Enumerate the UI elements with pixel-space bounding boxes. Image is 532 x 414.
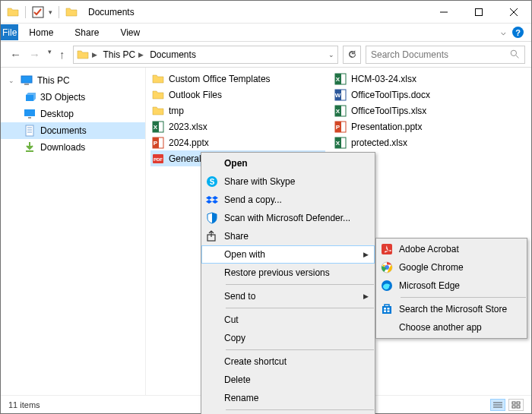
tree-label: Desktop: [40, 109, 74, 119]
cube-icon: [24, 91, 36, 103]
title-bar: ▾ Documents: [1, 1, 531, 24]
ctx-send-to[interactable]: Send to▶: [201, 287, 375, 305]
openwith-chrome[interactable]: Google Chrome: [376, 258, 527, 277]
openwith-acrobat[interactable]: Adobe Acrobat: [376, 240, 527, 258]
powerpoint-icon: [152, 137, 164, 149]
ctx-open[interactable]: Open: [201, 154, 375, 172]
folder-icon: [7, 6, 19, 18]
file-item[interactable]: OfficeToolTips.docx: [333, 87, 485, 103]
ctx-cut[interactable]: Cut: [201, 311, 375, 329]
chevron-right-icon[interactable]: ▶: [92, 51, 97, 58]
file-item[interactable]: OfficeToolTips.xlsx: [333, 103, 485, 119]
tree-3d-objects[interactable]: 3D Objects: [1, 89, 145, 106]
openwith-submenu: Adobe Acrobat Google Chrome Microsoft Ed…: [375, 238, 527, 339]
ctx-label: Open with: [224, 249, 357, 260]
search-icon: [510, 49, 520, 59]
document-icon: [24, 125, 36, 137]
minimize-button[interactable]: [426, 1, 461, 23]
breadcrumb-documents[interactable]: Documents: [150, 49, 196, 60]
qat-chevron-icon[interactable]: ▾: [49, 8, 52, 16]
ctx-label: Open: [224, 158, 369, 169]
ctx-restore[interactable]: Restore previous versions: [201, 264, 375, 282]
window-title: Documents: [84, 1, 426, 23]
svg-rect-43: [512, 402, 515, 404]
submenu-arrow-icon: ▶: [363, 251, 369, 258]
view-details-button[interactable]: [490, 399, 505, 411]
ctx-label: Copy: [224, 333, 369, 343]
ctx-copy[interactable]: Copy: [201, 329, 375, 347]
view-large-button[interactable]: [508, 399, 524, 411]
file-item[interactable]: 2024.pptx: [150, 134, 325, 150]
maximize-button[interactable]: [461, 1, 496, 23]
submenu-arrow-icon: ▶: [363, 292, 369, 300]
ctx-rename[interactable]: Rename: [201, 389, 375, 407]
search-input[interactable]: Search Documents: [366, 46, 525, 64]
file-name: HCM-03-24.xlsx: [351, 74, 416, 84]
ctx-share-skype[interactable]: Share with Skype: [201, 172, 375, 191]
tree-downloads[interactable]: Downloads: [1, 139, 145, 156]
ctx-label: Rename: [224, 393, 369, 403]
breadcrumb-thispc[interactable]: This PC: [103, 49, 136, 60]
chevron-right-icon[interactable]: ▶: [138, 51, 144, 58]
refresh-button[interactable]: [343, 46, 361, 64]
tab-home[interactable]: Home: [18, 24, 64, 42]
openwith-another[interactable]: Choose another app: [376, 318, 527, 337]
ctx-label: Choose another app: [399, 322, 521, 333]
file-item[interactable]: tmp: [150, 103, 325, 119]
openwith-edge[interactable]: Microsoft Edge: [376, 277, 527, 295]
close-button[interactable]: [496, 1, 531, 23]
ctx-label: Send to: [224, 291, 357, 302]
address-history-chevron-icon[interactable]: ⌄: [324, 51, 337, 58]
chrome-icon: [381, 261, 393, 273]
ctx-label: Restore previous versions: [224, 267, 369, 278]
word-icon: [334, 89, 347, 101]
ctx-share[interactable]: Share: [201, 227, 375, 245]
address-bar[interactable]: ▶ This PC ▶ Documents ▶ ⌄: [73, 46, 339, 64]
ctx-label: Create shortcut: [224, 356, 369, 367]
ctx-label: Microsoft Edge: [399, 280, 521, 291]
expand-chevron-icon[interactable]: ⌄: [8, 77, 16, 84]
ribbon: File Home Share View ⌵ ?: [1, 24, 531, 42]
menu-separator: [226, 349, 374, 350]
file-item[interactable]: Outlook Files: [150, 87, 325, 103]
file-name: tmp: [169, 106, 184, 116]
file-item[interactable]: protected.xlsx: [333, 134, 485, 150]
tree-this-pc[interactable]: ⌄ This PC: [1, 72, 145, 89]
tab-share[interactable]: Share: [64, 24, 109, 42]
tab-view[interactable]: View: [109, 24, 150, 42]
folder-icon: [152, 89, 164, 101]
ctx-defender[interactable]: Scan with Microsoft Defender...: [201, 209, 375, 227]
ctx-send-copy[interactable]: Send a copy...: [201, 191, 375, 209]
nav-forward-button[interactable]: →: [29, 48, 40, 61]
svg-rect-46: [517, 406, 520, 408]
folder-icon: [152, 105, 164, 117]
file-item[interactable]: 2023.xlsx: [150, 119, 325, 134]
quick-access-checkbox-icon[interactable]: [32, 6, 44, 18]
ctx-label: Share: [224, 231, 369, 242]
svg-line-39: [516, 55, 518, 58]
ctx-open-with[interactable]: Open with▶: [201, 245, 375, 264]
ctx-label: Adobe Acrobat: [399, 244, 521, 254]
explorer-window: ▾ Documents File Home Share View ⌵ ? ← →…: [0, 0, 532, 414]
tree-label: This PC: [37, 75, 70, 86]
file-item[interactable]: Custom Office Templates: [150, 71, 325, 87]
tree-documents[interactable]: Documents: [1, 122, 145, 139]
ctx-label: Scan with Microsoft Defender...: [224, 213, 369, 223]
nav-up-button[interactable]: ↑: [59, 48, 65, 61]
tab-file[interactable]: File: [1, 24, 18, 40]
ctx-delete[interactable]: Delete: [201, 371, 375, 389]
file-item[interactable]: Presentation.pptx: [333, 119, 485, 134]
tree-desktop[interactable]: Desktop: [1, 106, 145, 122]
navigation-tree: ⌄ This PC 3D Objects Desktop Documents D…: [1, 68, 145, 395]
help-button[interactable]: ?: [512, 27, 524, 38]
context-menu: Open Share with Skype Send a copy... Sca…: [201, 152, 375, 414]
ribbon-expand-icon[interactable]: ⌵: [501, 27, 506, 37]
ctx-shortcut[interactable]: Create shortcut: [201, 352, 375, 371]
nav-back-button[interactable]: ←: [10, 48, 21, 61]
openwith-store[interactable]: Search the Microsoft Store: [376, 300, 527, 318]
file-item[interactable]: HCM-03-24.xlsx: [333, 71, 485, 87]
menu-separator: [401, 297, 526, 298]
edge-icon: [381, 280, 393, 292]
svg-point-38: [511, 50, 516, 55]
nav-recent-chevron-icon[interactable]: ▾: [48, 48, 52, 61]
